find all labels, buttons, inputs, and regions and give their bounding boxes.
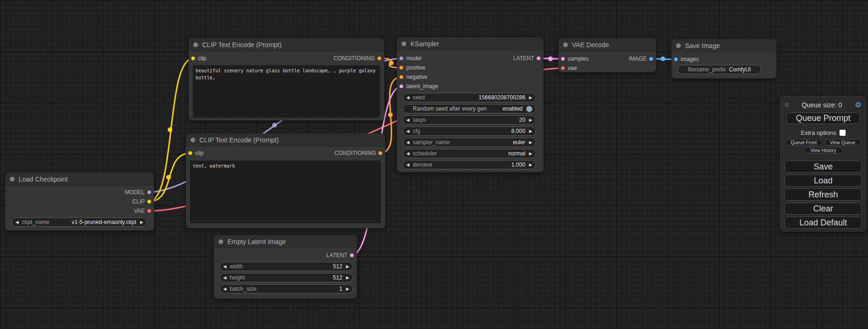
width-widget[interactable]: ◀ width 512 ▶ [219,262,353,271]
slot-row: latent_image [397,82,543,91]
node-title-bar[interactable]: KSampler [397,37,543,50]
node-title-bar[interactable]: Load Checkpoint [5,173,154,186]
seed-widget[interactable]: ◀ seed 156680208700286 ▶ [402,93,536,102]
decrement-arrow-icon[interactable]: ◀ [15,220,19,224]
ckpt-name-widget[interactable]: ◀ ckpt_name v1-5-pruned-emaonly.ckpt ▶ [12,217,147,227]
clip-output-slot[interactable] [147,200,151,204]
node-title-bar[interactable]: VAE Decode [558,38,656,51]
refresh-button[interactable]: Refresh [784,189,862,201]
increment-arrow-icon[interactable]: ▶ [346,265,349,269]
toggle-dot-icon[interactable] [526,106,532,112]
images-input-slot[interactable] [674,57,678,62]
node-title: Save Image [685,42,720,49]
input-label: vae [568,65,577,71]
slot-row: samples IMAGE [558,54,656,63]
model-output-slot[interactable] [147,190,151,195]
model-input-slot[interactable] [399,56,403,61]
input-label: negative [406,74,427,80]
increment-arrow-icon[interactable]: ▶ [140,220,143,224]
collapse-dot-icon[interactable] [191,138,195,142]
increment-arrow-icon[interactable]: ▶ [529,96,532,100]
image-output-slot[interactable] [649,57,653,61]
vae-output-slot[interactable] [147,209,151,213]
decrement-arrow-icon[interactable]: ◀ [223,287,226,291]
random-seed-toggle-widget[interactable]: Random seed after every gen enabled [402,104,536,113]
collapse-dot-icon[interactable] [193,42,198,47]
queue-prompt-button[interactable]: Queue Prompt [786,112,860,124]
collapse-dot-icon[interactable] [563,42,568,47]
node-title-bar[interactable]: CLIP Text Encode (Prompt) [189,38,384,51]
node-title-bar[interactable]: Save Image [671,39,776,52]
samples-input-slot[interactable] [561,57,565,61]
output-label: CONDITIONING [334,150,376,156]
node-title: CLIP Text Encode (Prompt) [202,41,282,49]
prompt-textarea[interactable]: beautiful scenery nature glass bottle la… [193,65,380,118]
save-button[interactable]: Save [784,161,862,173]
node-title-bar[interactable]: Empty Latent Image [214,235,357,248]
slot-row: positive [397,63,543,72]
prompt-textarea[interactable]: text, watermark [190,161,381,223]
increment-arrow-icon[interactable]: ▶ [346,276,349,280]
increment-arrow-icon[interactable]: ▶ [346,287,349,291]
increment-arrow-icon[interactable]: ▶ [529,163,532,167]
decrement-arrow-icon[interactable]: ◀ [406,129,409,133]
cfg-widget[interactable]: ◀ cfg 8.000 ▶ [402,126,536,136]
node-title: Load Checkpoint [19,175,68,183]
extra-options-checkbox[interactable] [840,130,846,136]
slot-row: clip CONDITIONING [186,148,385,158]
settings-gear-icon[interactable]: ⚙ [855,101,861,109]
positive-input-slot[interactable] [399,66,403,70]
decrement-arrow-icon[interactable]: ◀ [406,163,409,167]
latent-output-slot[interactable] [350,253,354,258]
output-row: CLIP [5,197,154,206]
increment-arrow-icon[interactable]: ▶ [529,118,532,122]
batch-size-widget[interactable]: ◀ batch_size 1 ▶ [219,284,353,294]
node-save-image: Save Image images filename_prefix ComfyU… [671,39,776,78]
decrement-arrow-icon[interactable]: ◀ [406,152,409,156]
decrement-arrow-icon[interactable]: ◀ [223,265,226,269]
slot-row: vae [558,63,656,73]
increment-arrow-icon[interactable]: ▶ [529,140,532,145]
collapse-dot-icon[interactable] [10,177,14,182]
output-label: VAE [134,208,145,214]
drag-handle-icon[interactable]: ⠿ [784,102,789,108]
decrement-arrow-icon[interactable]: ◀ [406,140,409,145]
vae-input-slot[interactable] [561,66,565,70]
clip-input-slot[interactable] [191,56,195,61]
increment-arrow-icon[interactable]: ▶ [529,152,532,156]
link-dot [388,112,393,117]
decrement-arrow-icon[interactable]: ◀ [406,96,409,100]
latent-output-slot[interactable] [536,56,541,61]
collapse-dot-icon[interactable] [402,42,406,46]
conditioning-output-slot[interactable] [378,151,382,155]
view-history-button[interactable]: View History [804,147,843,154]
output-row: VAE [5,206,154,216]
view-queue-button[interactable]: View Queue [825,139,861,146]
scheduler-widget[interactable]: ◀ scheduler normal ▶ [402,149,536,158]
queue-front-button[interactable]: Queue Front [785,139,822,146]
link-dot [548,56,553,61]
collapse-dot-icon[interactable] [676,43,681,48]
filename-prefix-widget[interactable]: filename_prefix ComfyUI [677,65,761,74]
output-label: MODEL [125,189,145,196]
input-label: latent_image [406,83,438,90]
node-canvas[interactable]: Load Checkpoint MODEL CLIP VAE ◀ ckpt_na… [0,0,868,329]
node-title: Empty Latent Image [227,238,286,245]
load-default-button[interactable]: Load Default [784,217,862,229]
increment-arrow-icon[interactable]: ▶ [529,129,532,133]
load-button[interactable]: Load [784,175,862,187]
decrement-arrow-icon[interactable]: ◀ [406,118,409,122]
sampler-name-widget[interactable]: ◀ sampler_name euler ▶ [402,138,536,147]
denoise-widget[interactable]: ◀ denoise 1.000 ▶ [402,160,536,169]
node-title-bar[interactable]: CLIP Text Encode (Prompt) [186,133,385,147]
negative-input-slot[interactable] [399,75,403,79]
latent-image-input-slot[interactable] [399,84,403,89]
collapse-dot-icon[interactable] [219,239,223,244]
steps-widget[interactable]: ◀ steps 20 ▶ [402,115,536,125]
decrement-arrow-icon[interactable]: ◀ [223,276,226,280]
clip-input-slot[interactable] [188,151,192,155]
clear-button[interactable]: Clear [784,203,862,215]
input-label: positive [406,64,425,71]
height-widget[interactable]: ◀ height 512 ▶ [219,273,353,282]
conditioning-output-slot[interactable] [377,56,381,61]
